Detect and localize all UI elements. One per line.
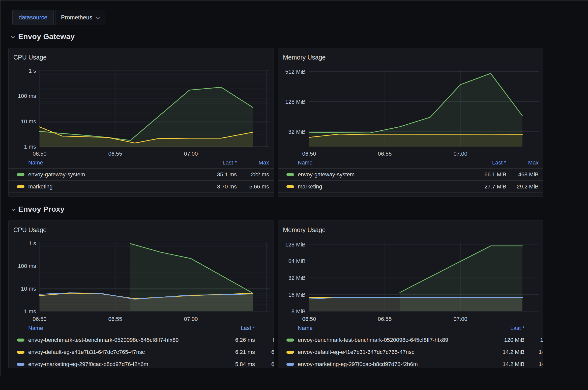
section-header-envoy-gateway[interactable]: Envoy Gateway <box>12 32 75 41</box>
datasource-picker[interactable]: Prometheus <box>55 10 105 25</box>
y-axis-tick-label: 1 s <box>29 240 36 246</box>
series-max-value: 222 ms <box>9 171 269 178</box>
variable-bar: datasource Prometheus <box>12 10 105 25</box>
series-max-value: 14.2 MiB <box>278 361 543 368</box>
series-max-value: 468 MiB <box>278 171 539 178</box>
datasource-picker-value: Prometheus <box>61 14 92 21</box>
y-axis-tick-label: 128 MiB <box>285 241 306 248</box>
chevron-down-icon <box>96 14 100 19</box>
legend-row: envoy-benchmark-test-benchmark-0520098c-… <box>9 334 274 346</box>
section-title: Envoy Proxy <box>18 205 65 213</box>
legend: NameLast *Maxenvoy-benchmark-test-benchm… <box>278 323 543 368</box>
x-axis-tick-label: 06:55 <box>378 151 392 157</box>
y-axis-tick-label: 64 MiB <box>288 258 306 264</box>
legend-row: envoy-default-eg-e41e7b31-647dc7c765-47n… <box>9 346 274 358</box>
series-max-value: 29.2 MiB <box>278 183 539 190</box>
legend-row: marketing3.70 ms5.66 ms <box>9 181 274 193</box>
legend-row: envoy-benchmark-test-benchmark-0520098c-… <box>278 334 543 346</box>
panel-title[interactable]: CPU Usage <box>13 226 47 234</box>
legend-header: NameLast *Max <box>9 323 274 334</box>
x-axis-tick-label: 06:50 <box>302 316 316 322</box>
series-max-value: 860 ms <box>9 337 274 343</box>
x-axis-tick-label: 06:55 <box>378 316 392 322</box>
legend-row: envoy-marketing-eg-297f0cac-b8cd97d76-f2… <box>278 358 543 368</box>
y-axis-tick-label: 1 ms <box>24 144 36 150</box>
legend-col-max[interactable]: Max <box>278 159 539 166</box>
legend-row: marketing27.7 MiB29.2 MiB <box>278 181 543 193</box>
panel-title[interactable]: CPU Usage <box>13 54 47 61</box>
y-axis-tick-label: 1 s <box>29 68 36 74</box>
x-axis-tick-label: 06:50 <box>33 316 46 322</box>
series-max-value: 120 MiB <box>278 337 543 343</box>
x-axis-tick-label: 07:00 <box>453 151 467 157</box>
x-axis-tick-label: 07:00 <box>184 151 198 157</box>
collapse-chevron-icon <box>11 207 15 211</box>
legend-row: envoy-gateway-system66.1 MiB468 MiB <box>278 169 543 181</box>
series-max-value: 6.32 ms <box>9 361 274 368</box>
y-axis-tick-label: 8 MiB <box>291 308 306 315</box>
legend-header: NameLast *Max <box>9 157 274 169</box>
y-axis-tick-label: 32 MiB <box>288 129 306 135</box>
y-axis-tick-label: 1 ms <box>24 308 36 315</box>
x-axis-tick-label: 06:50 <box>33 151 46 157</box>
y-axis-tick-label: 512 MiB <box>285 69 306 75</box>
panel-gateway-cpu-usage: 06:5006:5507:001 ms10 ms100 ms1 s CPU Us… <box>8 48 274 197</box>
series-area-yellow <box>309 134 522 147</box>
section-header-envoy-proxy[interactable]: Envoy Proxy <box>12 205 65 213</box>
legend: NameLast *Maxenvoy-gateway-system35.1 ms… <box>9 157 274 193</box>
y-axis-tick-label: 100 ms <box>18 93 36 99</box>
legend-col-max[interactable]: Max <box>278 325 543 331</box>
panel-title[interactable]: Memory Usage <box>283 226 326 234</box>
legend-col-max[interactable]: Max <box>9 325 274 331</box>
series-max-value: 14.2 MiB <box>278 349 543 355</box>
collapse-chevron-icon <box>11 34 15 38</box>
legend-header: NameLast *Max <box>278 323 543 334</box>
panel-title[interactable]: Memory Usage <box>283 54 326 61</box>
y-axis-tick-label: 32 MiB <box>288 275 306 281</box>
x-axis-tick-label: 07:00 <box>184 316 198 322</box>
legend-row: envoy-default-eg-e41e7b31-647dc7c765-47n… <box>278 346 543 358</box>
legend-header: NameLast *Max <box>278 157 543 169</box>
y-axis-tick-label: 16 MiB <box>288 292 306 298</box>
variable-label-datasource: datasource <box>12 10 54 25</box>
legend: NameLast *Maxenvoy-gateway-system66.1 Mi… <box>278 157 543 193</box>
y-axis-tick-label: 10 ms <box>21 286 36 292</box>
panel-proxy-cpu-usage: 06:5006:5507:001 ms10 ms100 ms1 s CPU Us… <box>8 220 274 368</box>
legend-row: envoy-gateway-system35.1 ms222 ms <box>9 169 274 181</box>
legend-col-max[interactable]: Max <box>9 159 269 166</box>
series-max-value: 6.27 ms <box>9 349 274 355</box>
legend-row: envoy-marketing-eg-297f0cac-b8cd97d76-f2… <box>9 358 274 368</box>
series-max-value: 5.66 ms <box>9 183 269 190</box>
x-axis-tick-label: 06:50 <box>302 151 316 157</box>
grafana-dashboard: datasource Prometheus Envoy Gateway 06:5… <box>0 0 588 390</box>
x-axis-tick-label: 07:00 <box>453 316 467 322</box>
x-axis-tick-label: 06:55 <box>108 151 122 157</box>
panel-proxy-memory-usage: 06:5006:5507:008 MiB16 MiB32 MiB64 MiB12… <box>278 220 543 368</box>
series-area-blue <box>309 297 522 311</box>
y-axis-tick-label: 100 ms <box>18 263 36 269</box>
y-axis-tick-label: 10 ms <box>21 118 36 125</box>
legend: NameLast *Maxenvoy-benchmark-test-benchm… <box>9 323 274 368</box>
section-title: Envoy Gateway <box>18 32 75 41</box>
y-axis-tick-label: 128 MiB <box>285 99 306 105</box>
panel-gateway-memory-usage: 06:5006:5507:0032 MiB128 MiB512 MiB Memo… <box>278 48 543 197</box>
x-axis-tick-label: 06:55 <box>108 316 122 322</box>
